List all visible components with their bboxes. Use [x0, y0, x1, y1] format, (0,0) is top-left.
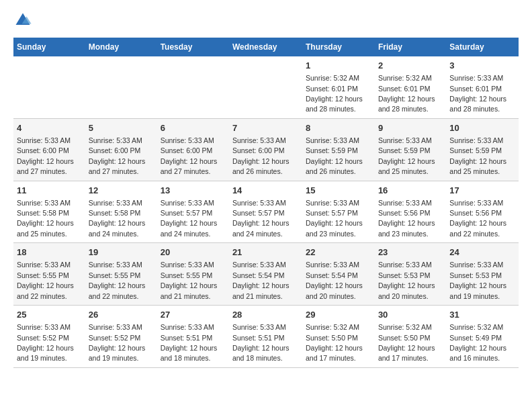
- day-number: 3: [449, 60, 515, 72]
- day-number: 29: [306, 309, 371, 321]
- day-number: 12: [89, 185, 154, 197]
- calendar-header-row: SundayMondayTuesdayWednesdayThursdayFrid…: [13, 38, 519, 56]
- calendar-day-cell: 27Sunrise: 5:33 AM Sunset: 5:51 PM Dayli…: [157, 306, 229, 368]
- day-info: Sunrise: 5:33 AM Sunset: 5:59 PM Dayligh…: [378, 136, 435, 175]
- calendar-day-cell: 30Sunrise: 5:32 AM Sunset: 5:50 PM Dayli…: [375, 306, 446, 368]
- logo: [13, 11, 35, 30]
- day-number: 2: [378, 60, 443, 72]
- day-info: Sunrise: 5:33 AM Sunset: 5:52 PM Dayligh…: [89, 323, 146, 362]
- day-number: 6: [161, 122, 226, 134]
- calendar-day-cell: 10Sunrise: 5:33 AM Sunset: 5:59 PM Dayli…: [446, 118, 519, 181]
- day-info: Sunrise: 5:32 AM Sunset: 6:01 PM Dayligh…: [378, 74, 435, 113]
- calendar-day-header: Saturday: [446, 38, 519, 56]
- calendar-day-cell: 22Sunrise: 5:33 AM Sunset: 5:54 PM Dayli…: [302, 243, 375, 306]
- day-number: 19: [89, 246, 154, 259]
- calendar-day-cell: 12Sunrise: 5:33 AM Sunset: 5:58 PM Dayli…: [85, 181, 157, 243]
- calendar-day-header: Monday: [85, 38, 157, 56]
- calendar-day-cell: 7Sunrise: 5:33 AM Sunset: 6:00 PM Daylig…: [229, 118, 302, 181]
- day-number: 16: [378, 185, 443, 197]
- day-number: 31: [449, 309, 515, 321]
- day-number: 9: [378, 122, 443, 134]
- calendar-day-cell: 29Sunrise: 5:32 AM Sunset: 5:50 PM Dayli…: [302, 306, 375, 368]
- day-info: Sunrise: 5:33 AM Sunset: 5:53 PM Dayligh…: [449, 261, 506, 300]
- day-number: 7: [232, 122, 299, 134]
- day-number: 1: [306, 60, 371, 72]
- day-number: 26: [89, 309, 154, 321]
- logo-icon: [13, 11, 32, 30]
- day-info: Sunrise: 5:33 AM Sunset: 5:58 PM Dayligh…: [17, 199, 74, 238]
- day-info: Sunrise: 5:33 AM Sunset: 5:59 PM Dayligh…: [449, 136, 506, 175]
- day-number: 18: [17, 246, 82, 259]
- day-number: 14: [232, 185, 299, 197]
- calendar-day-cell: 5Sunrise: 5:33 AM Sunset: 6:00 PM Daylig…: [85, 118, 157, 181]
- calendar-day-cell: 17Sunrise: 5:33 AM Sunset: 5:56 PM Dayli…: [446, 181, 519, 243]
- day-info: Sunrise: 5:33 AM Sunset: 5:59 PM Dayligh…: [306, 136, 363, 175]
- day-info: Sunrise: 5:33 AM Sunset: 5:57 PM Dayligh…: [161, 199, 218, 238]
- day-info: Sunrise: 5:33 AM Sunset: 5:55 PM Dayligh…: [89, 261, 146, 300]
- day-number: 23: [378, 246, 443, 259]
- calendar-day-cell: 1Sunrise: 5:32 AM Sunset: 6:01 PM Daylig…: [302, 56, 375, 118]
- day-number: 25: [17, 309, 82, 321]
- day-info: Sunrise: 5:32 AM Sunset: 5:50 PM Dayligh…: [378, 323, 435, 362]
- calendar-day-header: Thursday: [302, 38, 375, 56]
- day-number: 11: [17, 185, 82, 197]
- day-number: 17: [449, 185, 515, 197]
- day-number: 20: [161, 246, 226, 259]
- page-container: SundayMondayTuesdayWednesdayThursdayFrid…: [0, 0, 532, 379]
- day-info: Sunrise: 5:32 AM Sunset: 5:50 PM Dayligh…: [306, 323, 363, 362]
- calendar-day-cell: 14Sunrise: 5:33 AM Sunset: 5:57 PM Dayli…: [229, 181, 302, 243]
- day-info: Sunrise: 5:33 AM Sunset: 6:00 PM Dayligh…: [17, 136, 74, 175]
- day-number: 27: [161, 309, 226, 321]
- calendar-table: SundayMondayTuesdayWednesdayThursdayFrid…: [13, 38, 519, 368]
- calendar-day-cell: 2Sunrise: 5:32 AM Sunset: 6:01 PM Daylig…: [375, 56, 446, 118]
- calendar-day-cell: 8Sunrise: 5:33 AM Sunset: 5:59 PM Daylig…: [302, 118, 375, 181]
- calendar-day-cell: 28Sunrise: 5:33 AM Sunset: 5:51 PM Dayli…: [229, 306, 302, 368]
- calendar-day-cell: 11Sunrise: 5:33 AM Sunset: 5:58 PM Dayli…: [13, 181, 85, 243]
- day-info: Sunrise: 5:33 AM Sunset: 5:54 PM Dayligh…: [232, 261, 290, 300]
- day-info: Sunrise: 5:33 AM Sunset: 5:56 PM Dayligh…: [378, 199, 435, 238]
- day-info: Sunrise: 5:33 AM Sunset: 5:55 PM Dayligh…: [17, 261, 74, 300]
- day-info: Sunrise: 5:32 AM Sunset: 6:01 PM Dayligh…: [306, 74, 363, 113]
- day-number: 8: [306, 122, 371, 134]
- page-header: [13, 11, 519, 30]
- day-info: Sunrise: 5:33 AM Sunset: 5:51 PM Dayligh…: [232, 323, 290, 362]
- calendar-day-cell: 16Sunrise: 5:33 AM Sunset: 5:56 PM Dayli…: [375, 181, 446, 243]
- day-info: Sunrise: 5:33 AM Sunset: 5:52 PM Dayligh…: [17, 323, 74, 362]
- calendar-day-cell: 3Sunrise: 5:33 AM Sunset: 6:01 PM Daylig…: [446, 56, 519, 118]
- calendar-day-cell: 24Sunrise: 5:33 AM Sunset: 5:53 PM Dayli…: [446, 243, 519, 306]
- day-info: Sunrise: 5:33 AM Sunset: 5:53 PM Dayligh…: [378, 261, 435, 300]
- calendar-week-row: 18Sunrise: 5:33 AM Sunset: 5:55 PM Dayli…: [13, 243, 519, 306]
- day-info: Sunrise: 5:33 AM Sunset: 5:56 PM Dayligh…: [449, 199, 506, 238]
- day-number: 10: [449, 122, 515, 134]
- calendar-day-header: Wednesday: [229, 38, 302, 56]
- day-info: Sunrise: 5:33 AM Sunset: 5:57 PM Dayligh…: [232, 199, 290, 238]
- calendar-day-cell: 21Sunrise: 5:33 AM Sunset: 5:54 PM Dayli…: [229, 243, 302, 306]
- calendar-day-cell: 15Sunrise: 5:33 AM Sunset: 5:57 PM Dayli…: [302, 181, 375, 243]
- day-number: 4: [17, 122, 82, 134]
- day-number: 24: [449, 246, 515, 259]
- calendar-day-cell: 31Sunrise: 5:32 AM Sunset: 5:49 PM Dayli…: [446, 306, 519, 368]
- day-info: Sunrise: 5:33 AM Sunset: 6:01 PM Dayligh…: [449, 74, 506, 113]
- day-number: 5: [89, 122, 154, 134]
- calendar-week-row: 1Sunrise: 5:32 AM Sunset: 6:01 PM Daylig…: [13, 56, 519, 118]
- calendar-day-cell: [229, 56, 302, 118]
- day-info: Sunrise: 5:33 AM Sunset: 5:57 PM Dayligh…: [306, 199, 363, 238]
- day-number: 22: [306, 246, 371, 259]
- day-number: 30: [378, 309, 443, 321]
- day-info: Sunrise: 5:33 AM Sunset: 5:55 PM Dayligh…: [161, 261, 218, 300]
- calendar-day-header: Sunday: [13, 38, 85, 56]
- calendar-week-row: 11Sunrise: 5:33 AM Sunset: 5:58 PM Dayli…: [13, 181, 519, 243]
- calendar-day-cell: 25Sunrise: 5:33 AM Sunset: 5:52 PM Dayli…: [13, 306, 85, 368]
- day-number: 15: [306, 185, 371, 197]
- calendar-day-cell: 4Sunrise: 5:33 AM Sunset: 6:00 PM Daylig…: [13, 118, 85, 181]
- day-number: 28: [232, 309, 299, 321]
- calendar-day-cell: 9Sunrise: 5:33 AM Sunset: 5:59 PM Daylig…: [375, 118, 446, 181]
- day-info: Sunrise: 5:33 AM Sunset: 5:58 PM Dayligh…: [89, 199, 146, 238]
- calendar-day-cell: 23Sunrise: 5:33 AM Sunset: 5:53 PM Dayli…: [375, 243, 446, 306]
- day-number: 13: [161, 185, 226, 197]
- day-info: Sunrise: 5:33 AM Sunset: 5:54 PM Dayligh…: [306, 261, 363, 300]
- calendar-day-header: Friday: [375, 38, 446, 56]
- calendar-day-cell: [157, 56, 229, 118]
- calendar-day-header: Tuesday: [157, 38, 229, 56]
- calendar-day-cell: 18Sunrise: 5:33 AM Sunset: 5:55 PM Dayli…: [13, 243, 85, 306]
